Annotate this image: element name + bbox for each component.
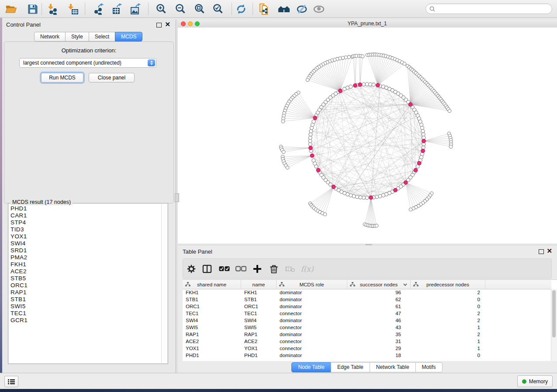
apply-preferred-layout-icon[interactable] xyxy=(234,2,249,16)
table-cell[interactable]: dominator xyxy=(277,296,347,303)
close-panel-icon[interactable]: ✕ xyxy=(547,248,552,254)
float-panel-icon[interactable] xyxy=(539,249,544,254)
horizontal-splitter[interactable] xyxy=(177,244,557,246)
table-cell[interactable]: SWI5 xyxy=(241,324,277,331)
table-cell[interactable]: connector xyxy=(277,324,347,331)
table-row[interactable]: ACE2ACE2connector311 xyxy=(183,338,551,345)
table-cell[interactable]: dominator xyxy=(277,289,347,296)
tab-edge-table[interactable]: Edge Table xyxy=(331,362,370,372)
table-cell[interactable]: 1 xyxy=(411,345,485,352)
table-cell[interactable]: connector xyxy=(277,338,347,345)
zoom-out-icon[interactable] xyxy=(173,2,188,16)
table-cell[interactable]: 43 xyxy=(347,324,411,331)
table-row[interactable]: YOX1YOX1connector291 xyxy=(183,345,551,352)
float-panel-icon[interactable] xyxy=(156,23,162,28)
mcds-result-item[interactable]: ORC1 xyxy=(10,282,161,289)
mcds-result-item[interactable]: PMA2 xyxy=(10,254,161,261)
table-cell[interactable]: ACE2 xyxy=(183,338,241,345)
table-cell[interactable]: STB1 xyxy=(183,296,241,303)
mcds-result-item[interactable]: STB5 xyxy=(10,275,161,282)
network-node[interactable] xyxy=(312,158,315,162)
network-window-titlebar[interactable]: YPA_prune.txt_1 xyxy=(177,20,557,28)
table-cell[interactable]: YOX1 xyxy=(241,345,277,352)
network-node[interactable] xyxy=(375,195,379,199)
tab-node-table[interactable]: Node Table xyxy=(291,362,331,372)
network-node[interactable] xyxy=(448,109,451,113)
mcds-node[interactable] xyxy=(421,149,425,153)
mcds-node[interactable] xyxy=(408,103,412,107)
table-cell[interactable]: 29 xyxy=(347,345,411,352)
table-cell[interactable]: ACE2 xyxy=(241,338,277,345)
import-network-icon[interactable] xyxy=(46,2,61,16)
table-row[interactable]: PHD1PHD1dominator180 xyxy=(183,352,551,359)
mcds-node[interactable] xyxy=(353,84,357,88)
table-cell[interactable]: TEC1 xyxy=(183,310,241,317)
table-row[interactable]: SWI5SWI5connector431 xyxy=(183,324,551,331)
table-cell[interactable]: dominator xyxy=(277,317,347,324)
mcds-node[interactable] xyxy=(332,185,336,189)
table-cell[interactable]: RAP1 xyxy=(183,331,241,338)
network-node[interactable] xyxy=(420,126,424,130)
network-node[interactable] xyxy=(381,194,385,197)
show-all-icon[interactable] xyxy=(311,2,326,16)
run-mcds-button[interactable]: Run MCDS xyxy=(41,73,83,83)
tab-network[interactable]: Network xyxy=(34,32,66,41)
network-node[interactable] xyxy=(422,133,425,136)
network-node[interactable] xyxy=(365,83,369,86)
table-cell[interactable]: 18 xyxy=(347,352,411,359)
table-cell[interactable]: 96 xyxy=(347,289,411,296)
network-node[interactable] xyxy=(308,139,312,143)
column-header-successor-nodes[interactable]: successor nodes xyxy=(347,280,411,289)
network-node[interactable] xyxy=(409,208,412,211)
first-neighbors-icon[interactable] xyxy=(277,2,291,16)
table-cell[interactable]: dominator xyxy=(277,352,347,359)
mcds-result-item[interactable]: SWI4 xyxy=(10,240,161,247)
table-cell[interactable]: RAP1 xyxy=(241,331,277,338)
show-columns-icon[interactable] xyxy=(200,262,214,275)
network-node[interactable] xyxy=(361,55,364,58)
network-node[interactable] xyxy=(375,224,378,227)
export-image-icon[interactable] xyxy=(128,2,143,16)
table-mode-gear-icon[interactable] xyxy=(184,262,198,275)
table-row[interactable]: SWI4SWI4dominator462 xyxy=(183,317,551,324)
network-node[interactable] xyxy=(449,145,453,148)
network-node[interactable] xyxy=(362,196,365,199)
delete-table-icon[interactable] xyxy=(283,262,297,275)
column-header-shared-name[interactable]: shared name xyxy=(183,280,241,289)
table-cell[interactable]: TEC1 xyxy=(241,310,277,317)
mcds-node[interactable] xyxy=(310,154,314,158)
column-header-name[interactable]: name xyxy=(241,280,277,289)
table-cell[interactable]: SWI4 xyxy=(241,317,277,324)
vertical-splitter[interactable] xyxy=(176,20,178,373)
mcds-result-item[interactable]: STB1 xyxy=(10,296,161,303)
network-node[interactable] xyxy=(378,194,382,198)
mcds-node[interactable] xyxy=(313,116,317,120)
task-history-button[interactable] xyxy=(4,376,18,387)
table-cell[interactable]: FKH1 xyxy=(241,289,277,296)
table-cell[interactable]: 62 xyxy=(347,296,411,303)
network-node[interactable] xyxy=(281,120,285,123)
table-cell[interactable]: connector xyxy=(277,345,347,352)
table-cell[interactable]: ORC1 xyxy=(241,303,277,310)
table-cell[interactable]: dominator xyxy=(277,303,347,310)
table-row[interactable]: ORC1ORC1dominator610 xyxy=(183,303,551,310)
mcds-result-item[interactable]: ACE2 xyxy=(10,268,161,275)
mcds-node[interactable] xyxy=(358,83,362,87)
function-builder-button[interactable]: f(x) xyxy=(300,262,314,275)
table-cell[interactable]: 47 xyxy=(347,310,411,317)
tab-style[interactable]: Style xyxy=(65,32,89,41)
table-cell[interactable]: 1 xyxy=(411,338,485,345)
table-cell[interactable]: SWI4 xyxy=(183,317,241,324)
table-cell[interactable]: 46 xyxy=(347,317,411,324)
mcds-result-item[interactable]: FKH1 xyxy=(10,261,161,268)
table-cell[interactable]: connector xyxy=(277,310,347,317)
tab-select[interactable]: Select xyxy=(89,32,115,41)
network-node[interactable] xyxy=(420,123,423,127)
mcds-result-item[interactable]: CAR1 xyxy=(10,212,161,219)
mcds-node[interactable] xyxy=(417,161,421,165)
table-cell[interactable]: 35 xyxy=(347,331,411,338)
mcds-result-item[interactable]: RAP1 xyxy=(10,289,161,296)
network-canvas[interactable] xyxy=(177,28,557,244)
zoom-selected-icon[interactable] xyxy=(211,2,225,16)
mcds-result-item[interactable]: STP4 xyxy=(10,219,161,226)
